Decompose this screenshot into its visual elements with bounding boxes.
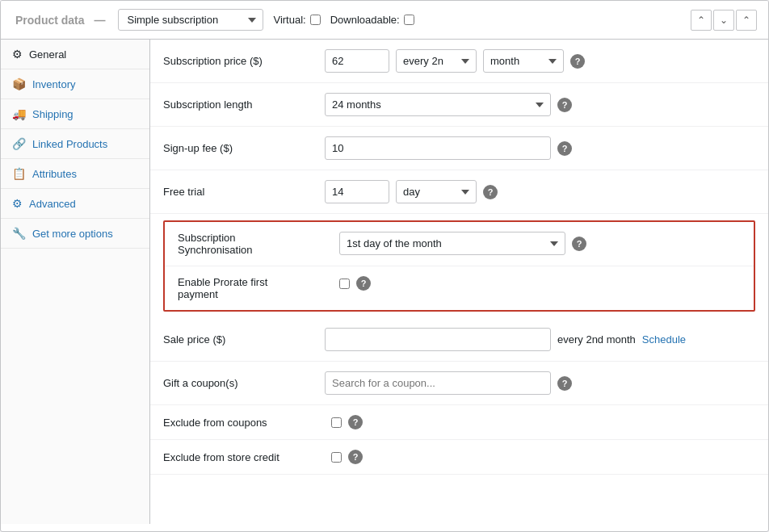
attributes-icon: 📋 — [12, 167, 26, 180]
sidebar-item-shipping-label: Shipping — [32, 108, 74, 120]
subscription-sync-label-line1: Subscription — [178, 232, 339, 244]
sidebar-item-inventory-label: Inventory — [32, 78, 75, 90]
prorate-row: Enable Prorate first payment ? — [165, 266, 754, 310]
signup-fee-label: Sign-up fee ($) — [163, 142, 325, 154]
gift-coupon-controls: ? — [325, 371, 755, 395]
gift-coupon-help[interactable]: ? — [557, 376, 572, 391]
subscription-sync-row: Subscription Synchronisation Do not sync… — [165, 222, 754, 266]
virtual-checkbox[interactable] — [310, 15, 321, 25]
sidebar-item-attributes[interactable]: 📋 Attributes — [1, 159, 149, 189]
prorate-help[interactable]: ? — [356, 276, 371, 291]
prorate-label-line1: Enable Prorate first — [178, 276, 339, 288]
subscription-length-row: Subscription length Never expire 1 month… — [150, 83, 768, 127]
downloadable-checkbox[interactable] — [404, 15, 414, 25]
subscription-price-input[interactable] — [325, 49, 389, 73]
subscription-sync-controls: Do not synchronise 1st day of the month … — [339, 232, 741, 255]
subscription-price-label: Subscription price ($) — [163, 55, 325, 67]
expand-button[interactable]: ⌃ — [736, 10, 757, 31]
sidebar-item-attributes-label: Attributes — [32, 168, 77, 180]
downloadable-label: Downloadable: — [330, 14, 414, 26]
shipping-icon: 🚚 — [12, 107, 26, 120]
inventory-icon: 📦 — [12, 77, 26, 90]
exclude-store-credit-checkbox[interactable] — [331, 452, 342, 463]
linked-products-icon: 🔗 — [12, 137, 26, 150]
subscription-price-row: Subscription price ($) every 1 every 2n … — [150, 40, 768, 83]
subscription-length-label: Subscription length — [163, 98, 325, 111]
sidebar-item-general[interactable]: ⚙ General — [1, 40, 149, 69]
subscription-sync-label-line2: Synchronisation — [178, 244, 339, 256]
advanced-icon: ⚙ — [12, 197, 23, 210]
sidebar-item-inventory[interactable]: 📦 Inventory — [1, 69, 149, 99]
sale-price-row: Sale price ($) every 2nd month Schedule — [150, 318, 768, 362]
prev-button[interactable]: ⌃ — [691, 10, 712, 31]
sidebar-item-linked-products-label: Linked Products — [32, 138, 107, 150]
gift-coupon-row: Gift a coupon(s) ? — [150, 362, 768, 405]
subscription-every-select[interactable]: every 1 every 2n every 3 every 4 — [396, 49, 477, 73]
prorate-controls: ? — [339, 276, 741, 291]
free-trial-row: Free trial day week month year ? — [150, 170, 768, 214]
sidebar-item-linked-products[interactable]: 🔗 Linked Products — [1, 129, 149, 159]
prorate-checkbox[interactable] — [339, 279, 350, 289]
subscription-price-controls: every 1 every 2n every 3 every 4 day wee… — [325, 49, 755, 73]
exclude-coupons-checkbox[interactable] — [331, 417, 342, 428]
gift-coupon-label: Gift a coupon(s) — [163, 377, 325, 389]
sidebar-item-get-more-options-label: Get more options — [32, 228, 113, 240]
content-area: Subscription price ($) every 1 every 2n … — [150, 40, 768, 524]
sale-price-controls: every 2nd month Schedule — [325, 328, 755, 351]
signup-fee-input[interactable] — [325, 136, 551, 160]
subscription-price-help[interactable]: ? — [570, 54, 585, 69]
next-button[interactable]: ⌄ — [713, 10, 734, 31]
free-trial-controls: day week month year ? — [325, 180, 755, 203]
exclude-store-credit-row: Exclude from store credit ? — [150, 440, 768, 475]
subscription-month-select[interactable]: day week month year — [483, 49, 564, 73]
prorate-label-line2: payment — [178, 288, 339, 300]
coupon-search-input[interactable] — [325, 371, 551, 395]
sidebar-item-advanced[interactable]: ⚙ Advanced — [1, 189, 149, 219]
exclude-store-credit-help[interactable]: ? — [348, 450, 363, 464]
exclude-coupons-label: Exclude from coupons — [163, 417, 325, 429]
subscription-sync-label: Subscription Synchronisation — [178, 232, 339, 256]
panel-title: Product data — — [12, 14, 108, 27]
signup-fee-row: Sign-up fee ($) ? — [150, 127, 768, 170]
sale-price-input[interactable] — [325, 328, 551, 351]
prorate-label: Enable Prorate first payment — [178, 276, 339, 300]
free-trial-label: Free trial — [163, 186, 325, 198]
free-trial-number-input[interactable] — [325, 180, 389, 203]
subscription-sync-help[interactable]: ? — [572, 237, 586, 251]
sidebar: ⚙ General 📦 Inventory 🚚 Shipping 🔗 Linke… — [1, 40, 150, 524]
product-type-select[interactable]: Simple subscription — [118, 9, 263, 31]
main-layout: ⚙ General 📦 Inventory 🚚 Shipping 🔗 Linke… — [1, 40, 768, 524]
subscription-sync-select[interactable]: Do not synchronise 1st day of the month … — [339, 232, 565, 255]
sync-prorate-section: Subscription Synchronisation Do not sync… — [163, 220, 755, 312]
signup-fee-help[interactable]: ? — [557, 141, 572, 156]
exclude-coupons-help[interactable]: ? — [348, 415, 363, 429]
sidebar-item-get-more-options[interactable]: 🔧 Get more options — [1, 219, 149, 249]
sidebar-item-general-label: General — [29, 48, 66, 61]
get-more-options-icon: 🔧 — [12, 227, 26, 240]
exclude-coupons-row: Exclude from coupons ? — [150, 405, 768, 440]
virtual-label: Virtual: — [273, 14, 320, 26]
free-trial-unit-select[interactable]: day week month year — [396, 180, 477, 203]
sidebar-item-advanced-label: Advanced — [29, 198, 76, 210]
schedule-link[interactable]: Schedule — [642, 333, 686, 346]
signup-fee-controls: ? — [325, 136, 755, 160]
product-data-panel: Product data — Simple subscription Virtu… — [0, 0, 769, 532]
subscription-length-controls: Never expire 1 month 2 months 6 months 1… — [325, 93, 755, 116]
subscription-length-select[interactable]: Never expire 1 month 2 months 6 months 1… — [325, 93, 551, 116]
general-icon: ⚙ — [12, 48, 23, 61]
nav-arrows: ⌃ ⌄ ⌃ — [691, 10, 757, 31]
top-bar: Product data — Simple subscription Virtu… — [1, 1, 768, 40]
free-trial-help[interactable]: ? — [483, 185, 498, 199]
sidebar-item-shipping[interactable]: 🚚 Shipping — [1, 99, 149, 129]
sale-price-suffix: every 2nd month — [557, 333, 636, 346]
subscription-length-help[interactable]: ? — [557, 98, 572, 112]
exclude-store-credit-label: Exclude from store credit — [163, 451, 325, 463]
sale-price-label: Sale price ($) — [163, 333, 325, 346]
